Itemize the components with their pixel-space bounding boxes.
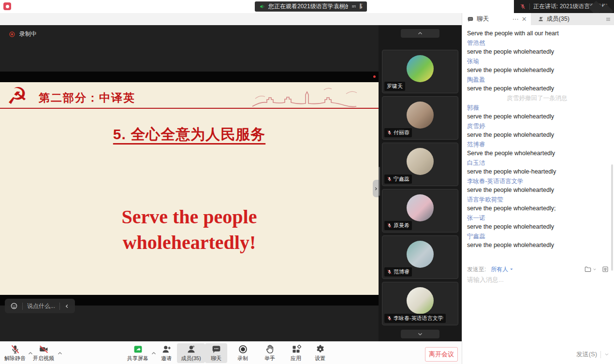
participant-name: 付丽蓉 <box>384 128 412 137</box>
slide-section-title: 第二部分：中译英 <box>39 90 135 105</box>
chat-message: serve the people wholeheartedly <box>467 131 607 139</box>
recording-indicator: 录制中 <box>9 30 37 38</box>
banner-menu-button[interactable] <box>348 1 360 12</box>
strip-scrollbar[interactable] <box>379 167 380 196</box>
chat-icon <box>211 344 221 354</box>
chevron-right-icon <box>374 187 378 191</box>
mic-muted-icon <box>520 3 526 10</box>
chat-message: serve the people wholeheartedly <box>467 223 607 231</box>
chat-message: serve the people wholeheartedly <box>467 48 607 56</box>
participant-name: 范博睿 <box>384 267 412 277</box>
toolbar-item-label: 解除静音 <box>4 355 26 362</box>
toolbar-item-camera-muted[interactable]: 开启视频 <box>30 343 57 363</box>
participant-tile[interactable]: 李咏春-英语语言文学 <box>382 282 458 325</box>
avatar <box>407 287 434 314</box>
toolbar-item-label: 应用 <box>291 355 301 362</box>
participant-video-strip: 罗啸天付丽蓉宁鑫蕊原曼希范博睿李咏春-英语语言文学 <box>379 25 462 341</box>
tab-members[interactable]: 成员(35) <box>531 13 602 25</box>
mic-muted-icon <box>387 223 392 228</box>
avatar <box>407 241 434 268</box>
divider <box>59 303 60 310</box>
chat-bubble-icon <box>467 16 474 23</box>
participant-tile[interactable]: 付丽蓉 <box>382 96 458 140</box>
recall-notice: 庹雪婷撤回了一条消息 <box>467 94 607 102</box>
mic-muted-icon <box>387 130 392 135</box>
camera-muted-options-chevron[interactable] <box>57 350 63 356</box>
slide-heading: 5. 全心全意为人民服务 <box>0 125 379 145</box>
participant-tile[interactable]: 原曼希 <box>382 189 458 233</box>
participant-name: 原曼希 <box>384 221 412 230</box>
quick-chat-bar[interactable]: 说点什么... <box>5 299 75 313</box>
panel-tab-bar: 聊天 ⋯ ✕ 成员(35) <box>462 13 614 25</box>
participant-tile[interactable]: 宁鑫蕊 <box>382 143 458 186</box>
screenshot-button[interactable] <box>601 265 609 273</box>
avatar <box>407 102 434 129</box>
record-dot-icon <box>9 31 15 38</box>
toolbar-item-label: 邀请 <box>161 355 172 362</box>
toolbar-item-raise-hand[interactable]: 举手 <box>258 343 281 363</box>
mic-muted-icon <box>10 344 20 354</box>
chat-message: Serve the people wholeheartedly <box>467 149 607 157</box>
quick-chat-placeholder[interactable]: 说点什么... <box>27 302 55 310</box>
divider <box>0 108 379 109</box>
toolbar-item-invite[interactable]: 邀请 <box>156 343 177 363</box>
party-emblem-icon: ☭ <box>7 82 28 109</box>
toolbar-item-chat[interactable]: 聊天 <box>205 343 227 363</box>
meeting-control-bar: 离开会议 解除静音开启视频共享屏幕邀请成员(35)聊天录制举手应用设置 <box>0 341 462 364</box>
toolbar-item-share-screen[interactable]: 共享屏幕 <box>125 343 151 363</box>
toolbar-item-settings[interactable]: 设置 <box>308 343 332 363</box>
leave-meeting-button[interactable]: 离开会议 <box>425 347 458 362</box>
chat-more-icon[interactable]: ⋯ <box>512 16 519 22</box>
settings-icon <box>315 344 325 354</box>
chat-folder-button[interactable] <box>584 265 597 273</box>
participant-tile[interactable]: 罗啸天 <box>382 50 458 93</box>
chat-message: serve the people wholeheartedly <box>467 186 607 194</box>
slide-content: ☭ 第二部分：中译英 5. 全心全意为人民服务 Serve the people… <box>0 82 379 295</box>
window-title-bar: 您正在观看2021级语言学袁桐的屏幕 正在讲话: 2021级语言学袁桐 <box>0 0 614 13</box>
menu-lines-icon <box>351 4 357 10</box>
strip-expand-handle[interactable] <box>373 180 379 197</box>
chat-close-icon[interactable]: ✕ <box>522 16 527 22</box>
participant-name: 罗啸天 <box>384 82 405 91</box>
toolbar-item-label: 开启视频 <box>33 355 54 362</box>
chat-sender: 范博睿 <box>467 141 607 148</box>
collapse-left-icon[interactable] <box>64 304 70 309</box>
toolbar-item-apps[interactable]: 应用 <box>284 343 307 363</box>
panel-menu-button[interactable] <box>602 13 614 25</box>
great-wall-illustration <box>250 82 379 109</box>
emoji-smiley-icon[interactable] <box>10 302 18 310</box>
chat-sender: 白玉洁 <box>467 159 607 167</box>
hamburger-icon <box>605 16 611 22</box>
speaker-icon <box>259 3 265 10</box>
chat-message: serve the people wholeheartedly; <box>467 204 607 212</box>
tab-chat[interactable]: 聊天 ⋯ ✕ <box>462 13 531 25</box>
tab-members-label: 成员(35) <box>547 15 570 23</box>
mic-muted-icon <box>387 269 392 275</box>
folder-icon <box>584 265 592 273</box>
chevron-down-icon <box>510 267 513 271</box>
chat-input[interactable]: 请输入消息... <box>467 276 504 284</box>
toolbar-item-members[interactable]: 成员(35) <box>177 343 205 363</box>
chevron-down-icon <box>417 331 423 337</box>
chat-sender: 宁鑫蕊 <box>467 233 607 240</box>
chat-scrollbar[interactable] <box>611 164 613 271</box>
send-to-label: 发送至: <box>467 265 486 274</box>
send-button[interactable]: 发送(S) <box>576 350 609 359</box>
tab-chat-label: 聊天 <box>477 15 489 23</box>
toolbar-item-label: 设置 <box>315 355 325 362</box>
toolbar-item-label: 成员(35) <box>181 355 201 362</box>
send-to-selector[interactable]: 所有人 <box>491 265 513 274</box>
meeting-toolbar: 43:06 演讲者视图 <box>0 13 462 25</box>
strip-scroll-down-button[interactable] <box>401 330 439 338</box>
chat-sender: 张一诺 <box>467 214 607 222</box>
toolbar-item-mic-muted[interactable]: 解除静音 <box>2 343 28 363</box>
strip-scroll-up-button[interactable] <box>401 29 439 38</box>
mic-muted-icon <box>387 176 392 182</box>
chat-sender: 庹雪婷 <box>467 122 607 130</box>
members-icon <box>186 344 196 354</box>
toolbar-item-label: 举手 <box>264 355 275 362</box>
chat-message: serve the people wholeheartedly <box>467 241 607 249</box>
toolbar-item-record[interactable]: 录制 <box>231 343 254 363</box>
participant-tile[interactable]: 范博睿 <box>382 235 458 279</box>
shared-screen-area: 录制中 ☭ 第二部分：中译英 5. 全心全意为人民服务 Serve the pe… <box>0 25 379 341</box>
